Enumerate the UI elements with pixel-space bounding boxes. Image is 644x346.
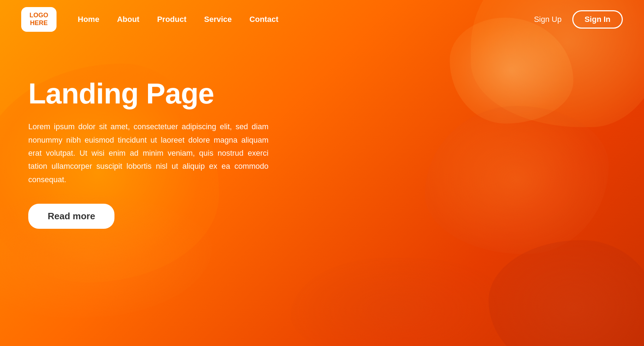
logo[interactable]: LOGO HERE — [21, 7, 57, 32]
hero-title: Landing Page — [28, 78, 268, 109]
nav-links: Home About Product Service Contact — [78, 15, 534, 24]
blob-bottom-center — [291, 258, 503, 346]
nav-home[interactable]: Home — [78, 15, 99, 24]
nav-contact[interactable]: Contact — [249, 15, 278, 24]
read-more-button[interactable]: Read more — [28, 204, 114, 229]
sign-in-button[interactable]: Sign In — [572, 10, 623, 29]
logo-text: LOGO HERE — [30, 12, 48, 27]
navbar: LOGO HERE Home About Product Service Con… — [0, 0, 644, 39]
nav-auth: Sign Up Sign In — [534, 10, 623, 29]
hero-content: Landing Page Lorem ipsum dolor sit amet,… — [28, 78, 268, 229]
nav-about[interactable]: About — [117, 15, 140, 24]
hero-body: Lorem ipsum dolor sit amet, consectetuer… — [28, 120, 268, 186]
page-background: LOGO HERE Home About Product Service Con… — [0, 0, 644, 346]
blob-bottom-right — [489, 240, 644, 346]
nav-product[interactable]: Product — [157, 15, 187, 24]
blob-mid-right — [425, 106, 609, 254]
sign-up-button[interactable]: Sign Up — [534, 15, 561, 24]
nav-service[interactable]: Service — [204, 15, 232, 24]
